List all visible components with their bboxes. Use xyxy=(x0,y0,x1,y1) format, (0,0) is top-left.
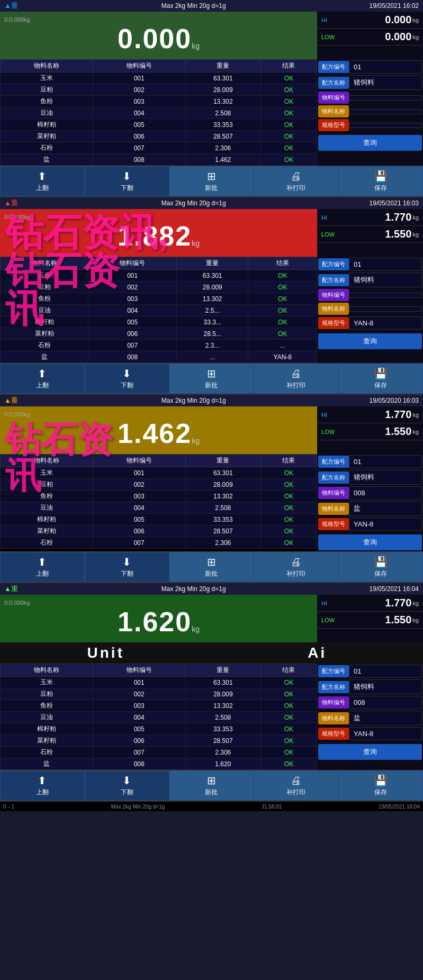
material-value-3: 008 xyxy=(349,486,422,500)
down-btn-1[interactable]: ⬇ 下翻 xyxy=(85,166,169,196)
formula-value-2: 01 xyxy=(349,258,422,271)
table-cell: 棉籽粕 xyxy=(1,723,93,735)
up-label-3: 上翻 xyxy=(36,569,49,578)
low-row-2: LOW 1.550 kg xyxy=(317,226,423,243)
table-cell: 2.3... xyxy=(176,340,248,351)
table-cell: 豆粕 xyxy=(1,282,88,293)
save-btn-4[interactable]: 💾 保存 xyxy=(338,770,423,801)
table-cell: 豆粕 xyxy=(1,479,93,491)
query-btn-4[interactable]: 查询 xyxy=(318,744,422,760)
down-btn-2[interactable]: ⬇ 下翻 xyxy=(85,364,169,394)
toolbar-2: ⬆ 上翻 ⬇ 下翻 ⊞ 新批 🖨 补打印 💾 保存 xyxy=(0,363,423,394)
hi-row-4: HI 1.770 kg xyxy=(317,595,423,612)
table-row: 豆油0042.508OK xyxy=(1,502,317,514)
header-status-4: ▲重 xyxy=(4,584,18,594)
spec-label-2: 规格型号 xyxy=(318,317,349,329)
table-cell: OK xyxy=(260,700,317,712)
up-btn-2[interactable]: ⬆ 上翻 xyxy=(0,364,85,394)
up-btn-1[interactable]: ⬆ 上翻 xyxy=(0,166,85,196)
material-row-1: 物料编号 xyxy=(318,92,422,104)
material-value-4: 008 xyxy=(349,696,422,709)
weight-right-1: HI 0.000 kg LOW 0.000 kg xyxy=(317,12,423,59)
table-row: 鱼粉00313.302OK xyxy=(1,700,317,712)
table-cell: 13.302 xyxy=(176,293,248,305)
save-btn-3[interactable]: 💾 保存 xyxy=(338,552,423,582)
new-btn-2[interactable]: ⊞ 新批 xyxy=(169,364,254,394)
matname-value-1 xyxy=(349,109,422,114)
spec-row-1: 规格型号 xyxy=(318,119,422,131)
bottom-center: Max 2kg Min 20g d=1g xyxy=(111,804,165,810)
up-btn-3[interactable]: ⬆ 上翻 xyxy=(0,552,85,582)
print-btn-1[interactable]: 🖨 补打印 xyxy=(254,166,338,196)
formula-row-2: 配方编号 01 xyxy=(318,258,422,271)
new-label-1: 新批 xyxy=(205,184,218,193)
hi-value-3: 1.770 xyxy=(337,409,411,421)
table-cell: 28.507 xyxy=(185,525,260,537)
table-cell: 1.620 xyxy=(185,758,260,770)
toolbar-3: ⬆ 上翻 ⬇ 下翻 ⊞ 新批 🖨 补打印 💾 保存 xyxy=(0,551,423,582)
spec-row-3: 规格型号 YAN-8 xyxy=(318,518,422,531)
save-btn-2[interactable]: 💾 保存 xyxy=(338,364,423,394)
header-spec-3: Max 2kg Min 20g d=1g xyxy=(161,397,226,404)
name-value-4: 猪饲料 xyxy=(349,679,422,694)
table-cell: OK xyxy=(260,479,317,491)
spec-value-2: YAN-8 xyxy=(349,316,422,330)
table-cell: 鱼粉 xyxy=(1,96,93,107)
hi-label-1: HI xyxy=(321,17,337,23)
table-cell: 63.301 xyxy=(185,677,260,688)
matname-value-2 xyxy=(349,306,422,312)
col-header-weight-3: 重量 xyxy=(185,455,260,467)
table-cell: 棉籽粕 xyxy=(1,514,93,525)
weight-unit-4: kg xyxy=(192,625,200,633)
table-cell: 豆粕 xyxy=(1,84,93,96)
low-unit-1: kg xyxy=(412,34,419,40)
low-unit-2: kg xyxy=(412,231,419,238)
table-cell: 13.302 xyxy=(185,491,260,502)
print-btn-3[interactable]: 🖨 补打印 xyxy=(254,552,338,582)
col-header-result-3: 结果 xyxy=(260,455,317,467)
table-cell: 石粉 xyxy=(1,747,93,758)
table-cell: OK xyxy=(260,491,317,502)
matname-label-2: 物料名称 xyxy=(318,303,349,315)
new-btn-4[interactable]: ⊞ 新批 xyxy=(169,770,254,801)
material-value-1 xyxy=(349,95,422,101)
screen-4: ▲重 Max 2kg Min 20g d=1g 19/05/2021 16:04… xyxy=(0,583,423,802)
down-btn-4[interactable]: ⬇ 下翻 xyxy=(85,770,169,801)
weight-zero-1: 0:0.000kg xyxy=(2,16,30,23)
new-btn-3[interactable]: ⊞ 新批 xyxy=(169,552,254,582)
main-content-3: 物料名称 物料编号 重量 结果 玉米00163.301OK豆粕00228.009… xyxy=(0,454,423,551)
print-icon-2: 🖨 xyxy=(291,368,301,380)
up-icon-1: ⬆ xyxy=(38,170,47,183)
table-cell: 玉米 xyxy=(1,677,93,688)
query-btn-2[interactable]: 查询 xyxy=(318,333,422,349)
table-cell: OK xyxy=(260,131,317,142)
save-btn-1[interactable]: 💾 保存 xyxy=(338,166,423,196)
table-row: 石粉0072.306OK xyxy=(1,537,317,549)
header-status-3: ▲重 xyxy=(4,396,18,405)
formula-row-1: 配方编号 01 xyxy=(318,60,422,74)
up-btn-4[interactable]: ⬆ 上翻 xyxy=(0,770,85,801)
save-label-2: 保存 xyxy=(374,381,387,390)
down-btn-3[interactable]: ⬇ 下翻 xyxy=(85,552,169,582)
print-btn-4[interactable]: 🖨 补打印 xyxy=(254,770,338,801)
weight-zero-2: 0:0.000kg xyxy=(2,214,30,220)
header-status-1: ▲重 xyxy=(4,1,18,11)
print-label-4: 补打印 xyxy=(286,788,305,797)
query-btn-1[interactable]: 查询 xyxy=(318,135,422,151)
weight-unit-2: kg xyxy=(192,239,200,248)
print-label-3: 补打印 xyxy=(286,569,305,578)
bottom-status-bar: 0→1 Max 2kg Min 20g d=1g J1.58.01 19/05/… xyxy=(0,802,423,811)
print-btn-2[interactable]: 🖨 补打印 xyxy=(254,364,338,394)
screen-3: ▲重 Max 2kg Min 20g d=1g 19/05/2020 16:03… xyxy=(0,395,423,583)
header-spec-4: Max 2kg Min 20g d=1g xyxy=(161,585,226,593)
table-row: 豆油0042.508OK xyxy=(1,712,317,723)
weight-display-area-4: 0:0.000kg 1.620 kg xyxy=(0,595,317,642)
table-row: 棉籽粕00533.353OK xyxy=(1,514,317,525)
table-cell: 005 xyxy=(93,514,185,525)
data-table-2: 物料名称 物料编号 重量 结果 玉米00163.301OK豆粕00228.009… xyxy=(0,257,317,363)
weight-unit-1: kg xyxy=(192,42,200,50)
query-btn-3[interactable]: 查询 xyxy=(318,534,422,550)
new-btn-1[interactable]: ⊞ 新批 xyxy=(169,166,254,196)
table-row: 菜籽粕00628.507OK xyxy=(1,525,317,537)
table-cell: 棉籽粕 xyxy=(1,119,93,131)
